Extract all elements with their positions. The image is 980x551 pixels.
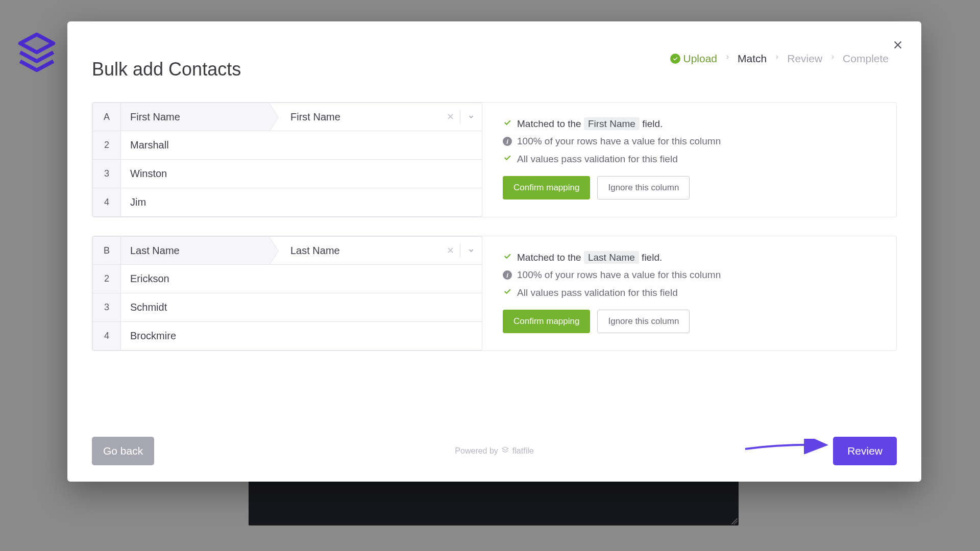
step-complete: Complete [843, 53, 889, 65]
row-value: Winston [121, 160, 482, 188]
go-back-button[interactable]: Go back [92, 437, 154, 465]
column-card-b: B Last Name Last Name ✕ 2 Erickson 3 Sch… [92, 236, 897, 351]
powered-by-label: Powered by [455, 446, 498, 456]
modal-header: Bulk add Contacts Upload Match Review Co… [67, 21, 921, 93]
confirm-mapping-button[interactable]: Confirm mapping [503, 310, 590, 333]
table-row: 3 Schmidt [92, 293, 482, 322]
row-number: 2 [92, 265, 121, 293]
flatfile-logo-icon [501, 446, 509, 456]
column-card-a: A First Name First Name ✕ 2 Marshall 3 W… [92, 102, 897, 217]
validation-text: All values pass validation for this fiel… [517, 154, 678, 165]
powered-by-brand: flatfile [512, 446, 534, 456]
matched-suffix: field. [639, 252, 662, 263]
bulk-add-modal: Bulk add Contacts Upload Match Review Co… [67, 21, 921, 482]
column-letter: A [92, 103, 121, 131]
row-value: Marshall [121, 131, 482, 160]
ignore-column-button[interactable]: Ignore this column [597, 176, 690, 199]
check-icon [503, 287, 512, 298]
column-table-b: B Last Name Last Name ✕ 2 Erickson 3 Sch… [92, 236, 482, 350]
column-status-b: Matched to the Last Name field. i 100% o… [482, 236, 896, 350]
row-value: Brockmire [121, 322, 482, 350]
check-icon [503, 118, 512, 130]
dest-field-select[interactable]: Last Name ✕ [269, 236, 482, 265]
close-button[interactable] [890, 37, 906, 53]
info-icon: i [503, 137, 512, 146]
matched-field-pill: First Name [584, 117, 640, 130]
modal-footer: Go back Powered by flatfile Review [67, 420, 921, 482]
app-logo-icon [16, 31, 57, 82]
validation-status: All values pass validation for this fiel… [503, 287, 881, 298]
info-icon: i [503, 270, 512, 280]
column-table-a: A First Name First Name ✕ 2 Marshall 3 W… [92, 103, 482, 217]
table-row: 2 Marshall [92, 131, 482, 160]
column-header-row: B Last Name Last Name ✕ [92, 236, 482, 265]
source-header-label: Last Name [121, 236, 269, 265]
step-match: Match [738, 53, 767, 65]
chevron-right-icon [829, 52, 836, 65]
row-number: 4 [92, 188, 121, 217]
row-number: 4 [92, 322, 121, 350]
coverage-status: i 100% of your rows have a value for thi… [503, 136, 881, 147]
table-row: 4 Jim [92, 188, 482, 217]
column-status-a: Matched to the First Name field. i 100% … [482, 103, 896, 217]
matched-prefix: Matched to the [517, 118, 584, 129]
check-icon [503, 252, 512, 263]
matched-suffix: field. [640, 118, 663, 129]
column-action-row: Confirm mapping Ignore this column [503, 176, 881, 199]
row-value: Schmidt [121, 293, 482, 322]
step-upload-label: Upload [683, 53, 718, 65]
powered-by: Powered by flatfile [455, 446, 533, 456]
chevron-right-icon [724, 52, 730, 65]
check-circle-icon [670, 54, 680, 64]
stepper: Upload Match Review Complete [670, 52, 889, 65]
coverage-text: 100% of your rows have a value for this … [517, 136, 721, 147]
coverage-status: i 100% of your rows have a value for thi… [503, 269, 881, 281]
column-letter: B [92, 236, 121, 265]
matched-status: Matched to the First Name field. [503, 118, 881, 130]
table-row: 3 Winston [92, 160, 482, 188]
step-upload: Upload [670, 53, 718, 65]
column-action-row: Confirm mapping Ignore this column [503, 310, 881, 333]
row-number: 3 [92, 160, 121, 188]
row-number: 2 [92, 131, 121, 160]
ignore-column-button[interactable]: Ignore this column [597, 310, 690, 333]
clear-selection-icon[interactable]: ✕ [447, 111, 454, 122]
row-number: 3 [92, 293, 121, 322]
coverage-text: 100% of your rows have a value for this … [517, 269, 721, 281]
matched-prefix: Matched to the [517, 252, 584, 263]
table-row: 2 Erickson [92, 265, 482, 293]
confirm-mapping-button[interactable]: Confirm mapping [503, 176, 590, 199]
dest-field-value: Last Name [290, 245, 340, 257]
review-button[interactable]: Review [833, 437, 897, 465]
chevron-down-icon[interactable] [460, 110, 475, 124]
validation-status: All values pass validation for this fiel… [503, 153, 881, 165]
dest-field-value: First Name [290, 111, 340, 123]
row-value: Jim [121, 188, 482, 217]
dest-field-select[interactable]: First Name ✕ [269, 103, 482, 131]
matched-status: Matched to the Last Name field. [503, 252, 881, 263]
check-icon [503, 153, 512, 165]
table-row: 4 Brockmire [92, 322, 482, 350]
column-header-row: A First Name First Name ✕ [92, 103, 482, 131]
clear-selection-icon[interactable]: ✕ [447, 245, 454, 256]
modal-title: Bulk add Contacts [92, 59, 241, 80]
row-value: Erickson [121, 265, 482, 293]
step-review: Review [787, 53, 822, 65]
chevron-right-icon [774, 52, 780, 65]
chevron-down-icon[interactable] [460, 243, 475, 258]
matched-field-pill: Last Name [584, 251, 639, 264]
modal-body: A First Name First Name ✕ 2 Marshall 3 W… [67, 93, 921, 420]
source-header-label: First Name [121, 103, 269, 131]
validation-text: All values pass validation for this fiel… [517, 287, 678, 298]
